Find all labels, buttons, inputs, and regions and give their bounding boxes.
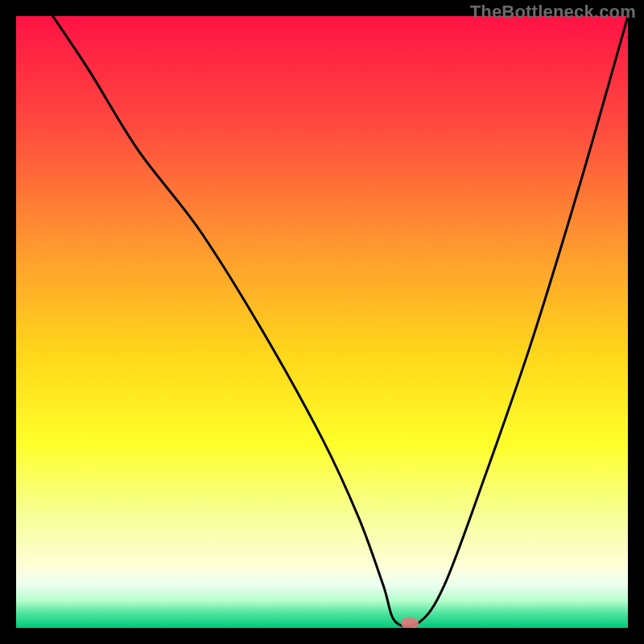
plot-area (16, 16, 628, 628)
chart-frame: TheBottleneck.com (0, 0, 644, 644)
bottleneck-curve (16, 16, 628, 628)
optimal-marker (401, 617, 419, 628)
watermark-label: TheBottleneck.com (470, 2, 636, 23)
